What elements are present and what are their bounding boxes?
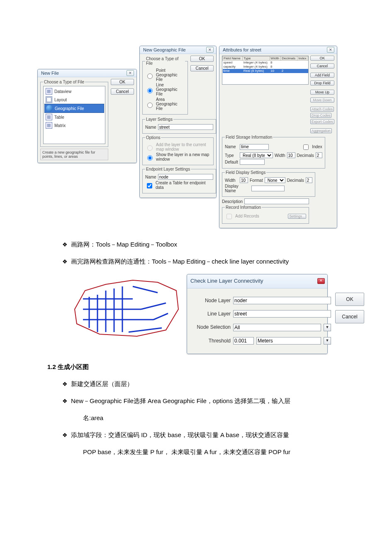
display-name-input[interactable] <box>251 186 285 191</box>
storage-decimals-input[interactable] <box>316 152 322 158</box>
cancel-button[interactable]: Cancel <box>190 65 214 71</box>
dialog-new-file: New File ✕ Choose a Type of File Datavie… <box>37 69 137 163</box>
table-row[interactable]: capacity Integer (4 bytes) 8 <box>223 65 308 69</box>
close-icon[interactable]: ✕ <box>206 47 214 53</box>
add-records-checkbox: Add Records Settings... <box>225 212 306 220</box>
display-format-label: Format <box>250 178 263 183</box>
col-field-name: Field Name <box>223 56 243 61</box>
radio-line-geo[interactable]: Line Geographic File <box>145 83 185 96</box>
close-icon[interactable]: ✕ <box>317 278 325 284</box>
storage-type-select[interactable]: Real (8 bytes) <box>240 152 273 158</box>
node-selection-input[interactable] <box>233 324 321 331</box>
line-layer-input[interactable] <box>233 310 331 318</box>
col-type: Type <box>243 56 270 61</box>
checkbox-input[interactable] <box>303 144 309 150</box>
ok-button[interactable]: OK <box>190 56 214 62</box>
cancel-button[interactable]: Cancel <box>310 64 334 68</box>
ok-button[interactable]: OK <box>111 79 134 85</box>
radio-input[interactable] <box>147 103 153 108</box>
table-icon <box>46 88 52 95</box>
dialog-new-geographic-file: New Geographic File ✕ Choose a Type of F… <box>139 46 217 198</box>
storage-width-label: Width <box>275 153 285 158</box>
storage-default-label: Default <box>225 160 238 164</box>
col-decimals: Decimals <box>281 56 297 61</box>
table-icon <box>46 114 52 120</box>
file-type-list[interactable]: Dataview Layout Geographic File <box>43 86 105 144</box>
bullet-text-5-cont: POP base，未来发生量 P fur， 未来吸引量 A fur，未来交通区容… <box>37 445 355 459</box>
table-row-selected[interactable]: time Real (8 bytes) 10 2 <box>223 69 308 73</box>
list-item-dataview[interactable]: Dataview <box>44 87 104 95</box>
move-up-button[interactable]: Move Up <box>310 90 334 95</box>
radio-input[interactable] <box>147 155 153 161</box>
storage-index-checkbox[interactable]: Index <box>302 143 322 151</box>
threshold-unit-input[interactable] <box>256 337 321 345</box>
storage-name-label: Name <box>225 144 238 149</box>
dialog-title: Check Line Layer Connectivity <box>190 275 263 287</box>
group-record-label: Record Information <box>225 205 262 210</box>
drop-field-button[interactable]: Drop Field <box>310 81 334 86</box>
radio-input[interactable] <box>147 73 153 79</box>
dropdown-icon[interactable]: ▼ <box>324 324 331 331</box>
endpoint-name-input[interactable] <box>158 174 213 180</box>
hint-text: Create a new geographic file for points,… <box>40 149 108 160</box>
endpoint-create-table-checkbox[interactable]: Create a Table for endpoint data <box>145 181 213 190</box>
group-label: Choose a Type of File <box>43 80 85 84</box>
description-input[interactable] <box>244 198 309 204</box>
add-field-button[interactable]: Add Field <box>310 73 334 78</box>
bullet-icon: ❖ <box>62 432 68 438</box>
export-codes-button: Export Codes <box>310 119 334 124</box>
list-item-layout[interactable]: Layout <box>44 95 104 104</box>
settings-button: Settings... <box>288 214 306 219</box>
col-index: Index <box>297 56 308 61</box>
list-item-geographic-file[interactable]: Geographic File <box>44 104 104 113</box>
bullet-text-4: New－Geographic File选择 Area Geographic Fi… <box>71 394 290 408</box>
radio-add-current: Add the layer to the current map window <box>145 142 211 152</box>
fields-table[interactable]: Field Name Type Width Decimals Index spe… <box>222 56 309 85</box>
bullet-icon: ❖ <box>62 259 68 264</box>
bullet-text-4-cont: 名:area <box>37 411 355 425</box>
drop-codes-button: Drop Codes <box>310 113 331 118</box>
radio-area-geo[interactable]: Area Geographic File <box>145 97 185 111</box>
storage-name-input[interactable] <box>240 144 269 150</box>
group-layer-label: Layer Settings <box>145 117 173 122</box>
attach-codes-button: Attach Codes <box>310 107 334 112</box>
radio-point-geo[interactable]: Point Geographic File <box>145 68 185 82</box>
display-format-select[interactable]: None <box>265 177 285 183</box>
close-icon[interactable]: ✕ <box>127 70 134 76</box>
endpoint-name-label: Name <box>145 175 156 179</box>
mid-figure-row: Check Line Layer Connectivity ✕ Node Lay… <box>71 274 355 354</box>
threshold-input[interactable] <box>233 337 254 345</box>
dropdown-icon[interactable]: ▼ <box>324 337 331 345</box>
description-label: Description <box>222 199 243 204</box>
ok-button[interactable]: OK <box>310 56 334 61</box>
list-item-table[interactable]: Table <box>44 113 104 121</box>
col-width: Width <box>270 56 281 61</box>
storage-width-input[interactable] <box>287 152 295 158</box>
radio-input[interactable] <box>147 88 153 93</box>
bullet-text-3: 新建交通区层（面层） <box>71 377 133 391</box>
display-width-input[interactable] <box>240 177 248 183</box>
cancel-button[interactable]: Cancel <box>111 88 134 95</box>
display-decimals-input[interactable] <box>306 177 312 183</box>
checkbox-input[interactable] <box>147 183 152 188</box>
node-selection-label: Node Selection <box>191 322 231 333</box>
node-layer-label: Node Layer <box>191 295 231 306</box>
cancel-button[interactable]: Cancel <box>335 310 364 323</box>
layer-name-input[interactable] <box>158 124 213 130</box>
display-name-label: Display Name <box>225 184 250 193</box>
list-item-matrix[interactable]: Matrix <box>44 121 104 130</box>
radio-show-new[interactable]: Show the layer in a new map window <box>145 152 211 161</box>
close-icon[interactable]: ✕ <box>327 47 334 53</box>
dialog-title: Attributes for street <box>223 47 261 52</box>
dialog-attributes-street: Attributes for street ✕ Field Name Type … <box>219 46 337 228</box>
group-storage-label: Field Storage Information <box>225 135 273 139</box>
threshold-label: Threshold <box>191 335 231 346</box>
dialog-title: New File <box>41 71 59 76</box>
node-layer-input[interactable] <box>233 297 331 304</box>
group-options-label: Options <box>145 135 161 140</box>
storage-default-input[interactable] <box>240 159 265 165</box>
table-row[interactable]: speed Integer (4 bytes) 8 <box>223 61 308 65</box>
top-screenshot-cluster: New File ✕ Choose a Type of File Datavie… <box>37 46 355 228</box>
radio-input <box>147 145 153 151</box>
ok-button[interactable]: OK <box>335 293 364 306</box>
